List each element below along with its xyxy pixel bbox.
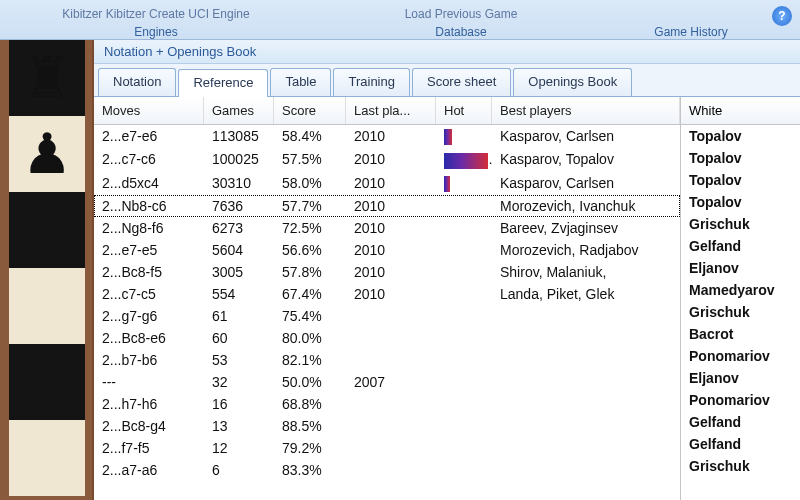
cell [436,172,492,195]
grid-header-row: Moves Games Score Last pla... Hot Best p… [94,97,680,125]
list-item[interactable]: Bacrot [681,323,800,345]
cell: 2...Bc8-e6 [94,327,204,349]
list-item[interactable]: Topalov [681,147,800,169]
cell [436,148,492,171]
cell: 57.7% [274,195,346,217]
cell: Landa, Piket, Glek [492,283,680,305]
panel-title: Notation + Openings Book [94,40,800,64]
cell [436,125,492,148]
hot-bar [444,129,452,145]
tab-openings-book[interactable]: Openings Book [513,68,632,96]
cell [346,459,436,481]
list-item[interactable]: Grischuk [681,301,800,323]
table-row[interactable]: 2...c7-c555467.4%2010Landa, Piket, Glek [94,283,680,305]
cell [346,437,436,459]
table-row[interactable]: 2...Bc8-e66080.0% [94,327,680,349]
table-row[interactable]: 2...Nb8-c6763657.7%2010Morozevich, Ivanc… [94,195,680,217]
table-row[interactable]: 2...g7-g66175.4% [94,305,680,327]
tab-table[interactable]: Table [270,68,331,96]
cell [492,305,680,327]
cell: 88.5% [274,415,346,437]
cell [492,459,680,481]
table-row[interactable]: 2...a7-a6683.3% [94,459,680,481]
list-item[interactable]: Grischuk [681,213,800,235]
side-col-white[interactable]: White [681,97,800,125]
cell: 72.5% [274,217,346,239]
table-row[interactable]: 2...Ng8-f6627372.5%2010Bareev, Zvjaginse… [94,217,680,239]
cell [436,371,492,393]
reference-grid: Moves Games Score Last pla... Hot Best p… [94,97,680,500]
cell: 2...g7-g6 [94,305,204,327]
list-item[interactable]: Eljanov [681,257,800,279]
tab-reference[interactable]: Reference [178,69,268,97]
cell: 75.4% [274,305,346,327]
tab-score-sheet[interactable]: Score sheet [412,68,511,96]
board-square-a6 [9,192,85,268]
cell [346,415,436,437]
cell: 2...Bc8-g4 [94,415,204,437]
cell: 2...e7-e5 [94,239,204,261]
help-icon[interactable]: ? [772,6,792,26]
tab-notation[interactable]: Notation [98,68,176,96]
col-best[interactable]: Best players [492,97,680,124]
list-item[interactable]: Ponomariov [681,389,800,411]
cell [346,305,436,327]
table-row[interactable]: ---3250.0%2007 [94,371,680,393]
cell: Morozevich, Ivanchuk [492,195,680,217]
table-row[interactable]: 2...d5xc43031058.0%2010Kasparov, Carlsen [94,172,680,195]
cell: --- [94,371,204,393]
list-item[interactable]: Topalov [681,169,800,191]
ribbon-history-label[interactable]: Game History [626,22,756,39]
cell [436,349,492,371]
list-item[interactable]: Gelfand [681,411,800,433]
cell: 2010 [346,217,436,239]
list-item[interactable]: Eljanov [681,367,800,389]
cell: 100025 [204,148,274,171]
cell [436,283,492,305]
cell: 61 [204,305,274,327]
cell: 2...h7-h6 [94,393,204,415]
cell: 2007 [346,371,436,393]
tab-training[interactable]: Training [333,68,409,96]
list-item[interactable]: Gelfand [681,235,800,257]
board-square-a7 [9,116,85,192]
cell [346,327,436,349]
cell: 82.1% [274,349,346,371]
list-item[interactable]: Mamedyarov [681,279,800,301]
board-square-a3 [9,420,85,496]
list-item[interactable]: Grischuk [681,455,800,477]
cell: 2010 [346,261,436,283]
cell: 12 [204,437,274,459]
cell: 7636 [204,195,274,217]
list-item[interactable]: Ponomariov [681,345,800,367]
cell: 58.4% [274,125,346,148]
cell [436,261,492,283]
ribbon-database-label[interactable]: Database [326,22,596,39]
table-row[interactable]: 2...e7-e5560456.6%2010Morozevich, Radjab… [94,239,680,261]
cell [436,459,492,481]
col-score[interactable]: Score [274,97,346,124]
col-hot[interactable]: Hot [436,97,492,124]
table-row[interactable]: 2...Bc8-f5300557.8%2010Shirov, Malaniuk, [94,261,680,283]
col-last[interactable]: Last pla... [346,97,436,124]
table-row[interactable]: 2...Bc8-g41388.5% [94,415,680,437]
table-row[interactable]: 2...b7-b65382.1% [94,349,680,371]
col-games[interactable]: Games [204,97,274,124]
cell [492,415,680,437]
list-item[interactable]: Topalov [681,125,800,147]
cell: 2...f7-f5 [94,437,204,459]
cell: 554 [204,283,274,305]
ribbon-engines-top: Kibitzer Kibitzer Create UCI Engine [62,7,249,21]
cell [436,327,492,349]
table-row[interactable]: 2...e7-e611308558.4%2010Kasparov, Carlse… [94,125,680,148]
table-row[interactable]: 2...f7-f51279.2% [94,437,680,459]
ribbon-engines-label[interactable]: Engines [16,22,296,39]
cell [436,393,492,415]
list-item[interactable]: Gelfand [681,433,800,455]
table-row[interactable]: 2...h7-h61668.8% [94,393,680,415]
table-row[interactable]: 2...c7-c610002557.5%2010Kasparov, Topalo… [94,148,680,171]
cell: Bareev, Zvjaginsev [492,217,680,239]
list-item[interactable]: Topalov [681,191,800,213]
cell: 2...b7-b6 [94,349,204,371]
col-moves[interactable]: Moves [94,97,204,124]
